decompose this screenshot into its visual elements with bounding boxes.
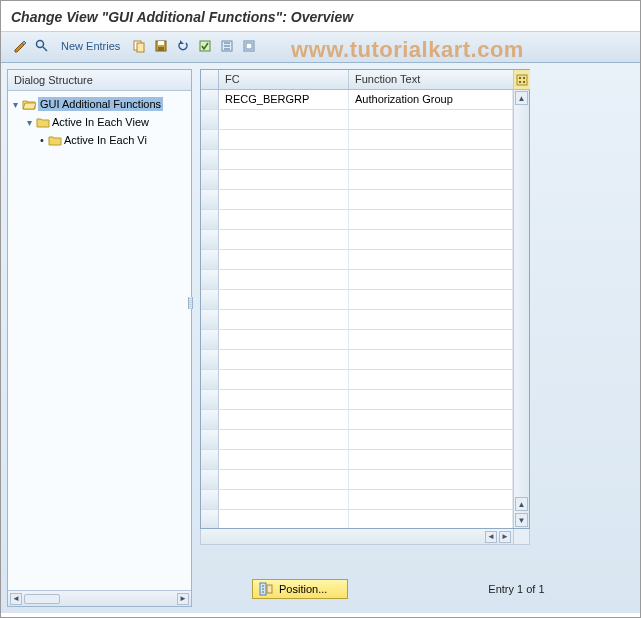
svg-rect-2	[137, 43, 144, 52]
dialog-structure-header: Dialog Structure	[8, 70, 191, 91]
delimit-icon[interactable]	[218, 37, 236, 55]
svg-rect-10	[517, 75, 527, 85]
new-entries-link[interactable]: New Entries	[61, 40, 120, 52]
content-pane: FC Function Text RECG_BERGRP Authorizati…	[192, 63, 640, 613]
table-row[interactable]	[201, 150, 513, 170]
select-view-icon[interactable]	[33, 37, 51, 55]
table-row[interactable]	[201, 230, 513, 250]
column-header-function-text[interactable]: Function Text	[349, 70, 513, 89]
save-icon[interactable]	[152, 37, 170, 55]
tree-label: GUI Additional Functions	[38, 97, 163, 111]
toggle-edit-icon[interactable]	[11, 37, 29, 55]
cell-fc[interactable]: RECG_BERGRP	[219, 90, 349, 109]
table-row[interactable]	[201, 430, 513, 450]
scroll-left-icon[interactable]: ◄	[10, 593, 22, 605]
row-selector-header[interactable]	[201, 70, 219, 89]
cell-text[interactable]: Authorization Group	[349, 90, 513, 109]
scroll-right-icon[interactable]: ►	[177, 593, 189, 605]
undo-icon[interactable]	[174, 37, 192, 55]
table-config-icon[interactable]	[514, 70, 530, 90]
collapse-icon[interactable]: ▾	[10, 99, 20, 110]
leaf-bullet-icon: •	[38, 134, 46, 146]
select-all-icon[interactable]	[196, 37, 214, 55]
footer-bar: Position... Entry 1 of 1	[192, 571, 640, 607]
tree-node-leaf[interactable]: • Active In Each Vi	[10, 131, 189, 149]
table-vscrollbar[interactable]: ▲ ▲ ▼	[513, 70, 529, 528]
table-row[interactable]	[201, 290, 513, 310]
svg-rect-4	[158, 41, 164, 45]
table-row[interactable]	[201, 450, 513, 470]
scroll-left-icon[interactable]: ◄	[485, 531, 497, 543]
scroll-thumb[interactable]	[24, 594, 60, 604]
table-row[interactable]	[201, 190, 513, 210]
tree-label: Active In Each View	[52, 116, 149, 128]
tree-label: Active In Each Vi	[64, 134, 147, 146]
table-row[interactable]	[201, 350, 513, 370]
position-icon	[259, 582, 273, 596]
scroll-right-icon[interactable]: ►	[499, 531, 511, 543]
main-area: Dialog Structure ▾ GUI Additional Functi…	[1, 63, 640, 613]
column-header-fc[interactable]: FC	[219, 70, 349, 89]
table-row[interactable]	[201, 330, 513, 350]
table-row[interactable]	[201, 370, 513, 390]
table-row[interactable]	[201, 170, 513, 190]
table-hscrollbar[interactable]: ◄ ►	[200, 529, 514, 545]
collapse-icon[interactable]: ▾	[24, 117, 34, 128]
table-row[interactable]: RECG_BERGRP Authorization Group	[201, 90, 513, 110]
table-body: RECG_BERGRP Authorization Group	[201, 90, 513, 528]
table-row[interactable]	[201, 490, 513, 510]
svg-rect-6	[200, 41, 210, 51]
page-title: Change View "GUI Additional Functions": …	[1, 1, 640, 31]
svg-point-0	[37, 41, 44, 48]
print-icon[interactable]	[240, 37, 258, 55]
position-button-label: Position...	[279, 583, 327, 595]
svg-rect-13	[519, 81, 521, 83]
tree-node-child[interactable]: ▾ Active In Each View	[10, 113, 189, 131]
table-row[interactable]	[201, 130, 513, 150]
table-row[interactable]	[201, 270, 513, 290]
toolbar: New Entries	[1, 31, 640, 63]
svg-rect-16	[267, 585, 272, 593]
folder-open-icon	[22, 98, 36, 110]
table-row[interactable]	[201, 470, 513, 490]
folder-icon	[36, 116, 50, 128]
position-button[interactable]: Position...	[252, 579, 348, 599]
dialog-structure-panel: Dialog Structure ▾ GUI Additional Functi…	[7, 69, 192, 607]
table-row[interactable]	[201, 310, 513, 330]
table-header: FC Function Text	[201, 70, 513, 90]
table-row[interactable]	[201, 410, 513, 430]
tree: ▾ GUI Additional Functions ▾ Active In E…	[8, 91, 191, 590]
scroll-up-icon[interactable]: ▲	[515, 497, 528, 511]
folder-icon	[48, 134, 62, 146]
svg-rect-14	[523, 81, 525, 83]
scroll-track[interactable]	[515, 107, 528, 495]
sidebar-hscrollbar[interactable]: ◄ ►	[8, 590, 191, 606]
data-table: FC Function Text RECG_BERGRP Authorizati…	[200, 69, 530, 529]
table-row[interactable]	[201, 510, 513, 528]
entry-count-text: Entry 1 of 1	[488, 583, 544, 595]
tree-node-root[interactable]: ▾ GUI Additional Functions	[10, 95, 189, 113]
table-row[interactable]	[201, 250, 513, 270]
svg-rect-5	[158, 47, 164, 51]
scroll-up-icon[interactable]: ▲	[515, 91, 528, 105]
svg-rect-11	[519, 77, 521, 79]
row-selector[interactable]	[201, 90, 219, 109]
table-row[interactable]	[201, 210, 513, 230]
copy-icon[interactable]	[130, 37, 148, 55]
svg-rect-9	[246, 43, 252, 49]
table-row[interactable]	[201, 110, 513, 130]
scroll-corner	[514, 529, 530, 545]
svg-rect-12	[523, 77, 525, 79]
scroll-down-icon[interactable]: ▼	[515, 513, 528, 527]
table-row[interactable]	[201, 390, 513, 410]
